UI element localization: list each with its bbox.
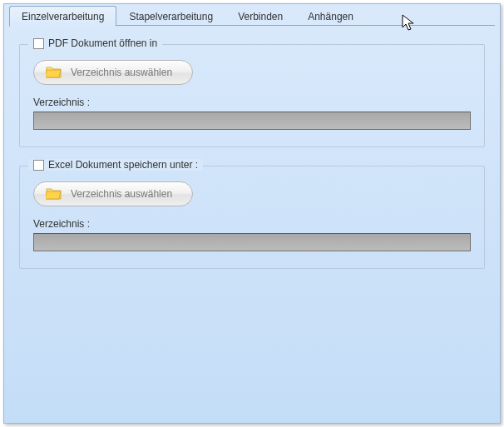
group-pdf-open: PDF Dokument öffnen in Verzeichnis auswä… (19, 44, 485, 147)
choose-dir-excel-label: Verzeichnis auswählen (71, 188, 172, 200)
group-excel-save: Excel Dokument speichern unter : Verzeic… (19, 166, 485, 269)
checkbox-excel-save[interactable] (33, 160, 44, 171)
pdf-dir-label: Verzeichnis : (33, 97, 471, 108)
excel-dir-label: Verzeichnis : (33, 218, 471, 230)
excel-dir-input[interactable] (33, 233, 471, 251)
group-pdf-open-label: PDF Dokument öffnen in (48, 37, 157, 49)
tab-batch-processing[interactable]: Stapelverarbeitung (116, 6, 225, 26)
tab-content: PDF Dokument öffnen in Verzeichnis auswä… (4, 26, 500, 305)
tab-connect[interactable]: Verbinden (225, 6, 295, 26)
group-excel-save-label: Excel Dokument speichern unter : (48, 159, 198, 171)
tab-single-processing[interactable]: Einzelverarbeitung (9, 6, 116, 27)
folder-icon (46, 66, 62, 79)
choose-dir-excel-button[interactable]: Verzeichnis auswählen (33, 181, 193, 206)
checkbox-pdf-open[interactable] (33, 38, 44, 49)
tab-bar: Einzelverarbeitung Stapelverarbeitung Ve… (4, 4, 500, 26)
group-excel-save-legend: Excel Dokument speichern unter : (28, 159, 203, 171)
tab-attach[interactable]: Anhängen (295, 6, 366, 26)
group-pdf-open-legend: PDF Dokument öffnen in (28, 37, 162, 49)
main-panel: Einzelverarbeitung Stapelverarbeitung Ve… (3, 3, 501, 424)
choose-dir-pdf-button[interactable]: Verzeichnis auswählen (33, 60, 193, 85)
choose-dir-pdf-label: Verzeichnis auswählen (71, 67, 172, 78)
folder-icon (46, 187, 62, 201)
pdf-dir-input[interactable] (33, 112, 471, 130)
